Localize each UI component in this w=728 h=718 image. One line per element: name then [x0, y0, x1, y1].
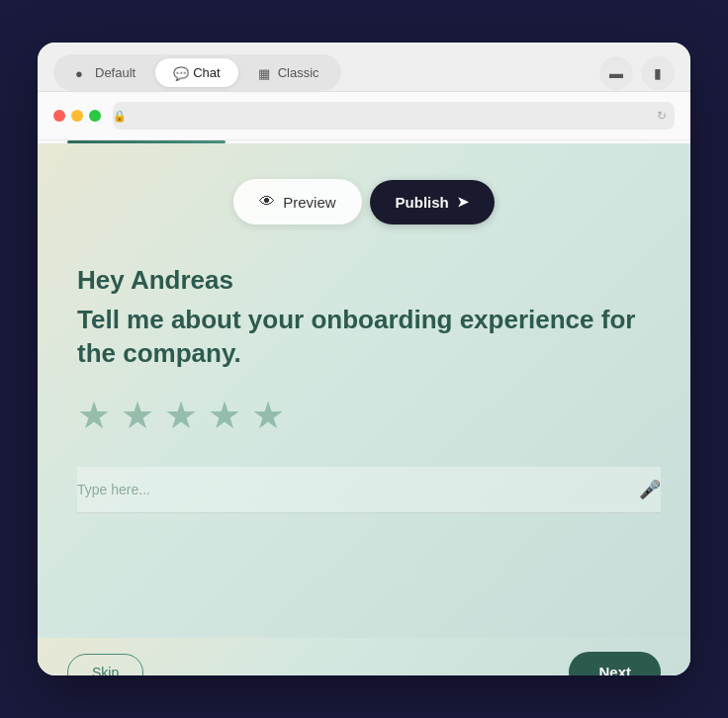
star-4[interactable]: ★ — [208, 394, 241, 437]
lock-icon: 🔒 — [113, 110, 127, 123]
tab-classic[interactable]: ▦ Classic — [240, 58, 337, 87]
preview-label: Preview — [283, 194, 335, 211]
publish-icon: ➤ — [457, 194, 469, 210]
survey-content: Hey Andreas Tell me about your onboardin… — [67, 254, 661, 513]
preview-button[interactable]: 👁 Preview — [233, 179, 361, 224]
preview-icon: 👁 — [259, 193, 275, 211]
browser-container: ● Default 💬 Chat ▦ Classic ▬ ▮ — [38, 43, 690, 675]
publish-label: Publish — [396, 194, 449, 211]
maximize-button[interactable] — [89, 110, 101, 122]
tab-default-label: Default — [95, 65, 136, 80]
next-button[interactable]: Next — [569, 652, 661, 675]
action-buttons: 👁 Preview Publish ➤ — [67, 179, 661, 224]
classic-icon: ▦ — [258, 66, 272, 80]
toolbar-btn-1[interactable]: ▬ — [599, 56, 633, 90]
star-1[interactable]: ★ — [77, 394, 111, 437]
tab-bar: ● Default 💬 Chat ▦ Classic ▬ ▮ — [38, 43, 690, 92]
address-bar[interactable]: 🔒 ↻ — [113, 102, 675, 130]
default-icon: ● — [75, 66, 89, 80]
skip-label: Skip — [92, 665, 119, 676]
toolbar-icon-1: ▬ — [609, 65, 623, 81]
toolbar-icon-2: ▮ — [654, 65, 662, 81]
toolbar-right: ▬ ▮ — [599, 56, 675, 90]
publish-button[interactable]: Publish ➤ — [370, 180, 495, 224]
tab-classic-label: Classic — [278, 65, 319, 80]
traffic-lights — [53, 110, 101, 122]
chat-icon: 💬 — [173, 66, 187, 80]
toolbar-btn-2[interactable]: ▮ — [641, 56, 675, 90]
next-label: Next — [598, 664, 631, 675]
survey-question: Tell me about your onboarding experience… — [77, 304, 661, 371]
tab-chat-label: Chat — [193, 65, 220, 80]
star-3[interactable]: ★ — [164, 394, 198, 437]
tab-default[interactable]: ● Default — [57, 58, 153, 87]
skip-button[interactable]: Skip — [67, 654, 143, 676]
star-2[interactable]: ★ — [121, 394, 154, 437]
input-placeholder: Type here... — [77, 482, 150, 497]
text-input-area[interactable]: Type here... 🎤 — [77, 467, 661, 513]
star-5[interactable]: ★ — [251, 394, 285, 437]
bottom-nav: Skip Next — [38, 638, 690, 675]
mic-icon[interactable]: 🎤 — [639, 479, 661, 500]
star-rating: ★ ★ ★ ★ ★ — [77, 394, 661, 437]
browser-chrome: 🔒 ↻ — [38, 92, 690, 140]
tab-chat[interactable]: 💬 Chat — [155, 58, 237, 87]
address-bar-refresh[interactable]: ↻ — [657, 109, 667, 123]
close-button[interactable] — [53, 110, 65, 122]
tab-group: ● Default 💬 Chat ▦ Classic — [53, 54, 341, 91]
main-content: 👁 Preview Publish ➤ Hey Andreas Tell me … — [38, 143, 690, 638]
minimize-button[interactable] — [71, 110, 83, 122]
survey-greeting: Hey Andreas — [77, 264, 661, 298]
